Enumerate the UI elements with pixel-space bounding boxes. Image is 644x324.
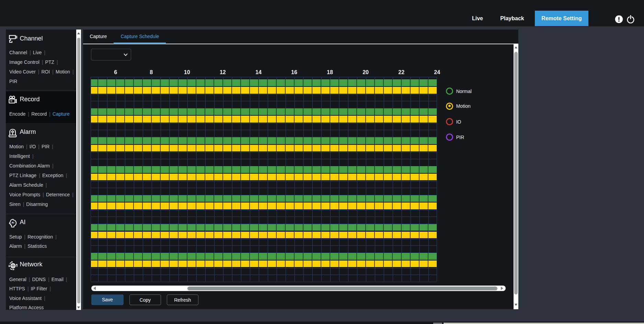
- svg-text:AI: AI: [12, 221, 14, 224]
